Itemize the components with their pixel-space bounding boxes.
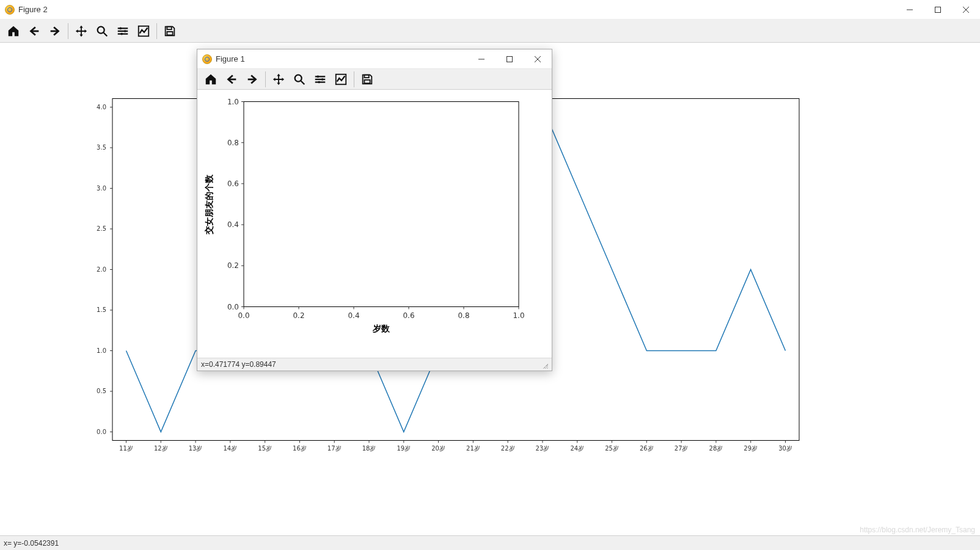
- svg-text:1.0: 1.0: [227, 98, 239, 106]
- svg-point-13: [120, 32, 123, 35]
- main-status-text: x= y=-0.0542391: [4, 539, 59, 548]
- svg-text:29岁: 29岁: [744, 445, 758, 452]
- pan-button[interactable]: [71, 21, 91, 41]
- toolbar-separator: [354, 71, 354, 87]
- sub-back-button[interactable]: [222, 70, 241, 89]
- svg-text:0.6: 0.6: [227, 179, 239, 188]
- sub-status-text: x=0.471774 y=0.89447: [201, 360, 276, 369]
- sub-home-button[interactable]: [201, 70, 221, 89]
- svg-text:22岁: 22岁: [501, 445, 515, 452]
- svg-text:20岁: 20岁: [431, 445, 445, 452]
- svg-rect-77: [507, 56, 513, 62]
- svg-text:1.0: 1.0: [97, 347, 106, 354]
- svg-text:24岁: 24岁: [570, 445, 584, 452]
- svg-text:26岁: 26岁: [640, 445, 654, 452]
- svg-text:0.0: 0.0: [227, 303, 239, 311]
- svg-text:0.5: 0.5: [97, 388, 106, 394]
- svg-rect-92: [364, 79, 370, 83]
- sub-subplots-button[interactable]: [310, 70, 330, 89]
- svg-text:21岁: 21岁: [466, 445, 480, 452]
- toolbar-separator: [265, 71, 266, 87]
- back-button[interactable]: [24, 21, 44, 41]
- forward-button[interactable]: [45, 21, 65, 41]
- svg-text:17岁: 17岁: [327, 445, 342, 452]
- svg-text:16岁: 16岁: [293, 445, 307, 452]
- svg-point-88: [321, 78, 324, 81]
- sub-pan-button[interactable]: [269, 70, 288, 89]
- svg-text:30岁: 30岁: [778, 445, 792, 452]
- svg-text:0.8: 0.8: [458, 311, 469, 320]
- figure-1-plot: 0.00.20.40.60.81.0 0.00.20.40.60.81.0 岁数…: [197, 90, 552, 358]
- close-button[interactable]: [952, 0, 980, 20]
- svg-text:14岁: 14岁: [223, 445, 237, 452]
- svg-text:0.2: 0.2: [293, 311, 304, 320]
- sub-zoom-button[interactable]: [290, 70, 309, 89]
- save-button[interactable]: [160, 21, 180, 41]
- svg-text:2.0: 2.0: [97, 266, 106, 273]
- svg-rect-1: [935, 7, 941, 12]
- svg-rect-93: [244, 102, 519, 307]
- svg-text:交女朋友的个数: 交女朋友的个数: [204, 174, 214, 235]
- svg-text:0.4: 0.4: [348, 311, 359, 320]
- svg-point-6: [98, 26, 104, 33]
- resize-grip-icon[interactable]: [539, 360, 548, 369]
- svg-text:15岁: 15岁: [258, 445, 272, 452]
- sub-statusbar: x=0.471774 y=0.89447: [197, 358, 552, 371]
- svg-text:18岁: 18岁: [362, 445, 376, 452]
- home-button[interactable]: [4, 21, 23, 41]
- sub-save-button[interactable]: [357, 70, 377, 89]
- sub-minimize-button[interactable]: [467, 49, 495, 69]
- svg-text:0.2: 0.2: [227, 261, 239, 270]
- app-icon: [202, 54, 212, 64]
- svg-point-12: [124, 30, 126, 32]
- svg-text:0.8: 0.8: [227, 139, 239, 147]
- sub-close-button[interactable]: [524, 49, 552, 69]
- svg-text:0.0: 0.0: [97, 429, 106, 435]
- subplots-button[interactable]: [113, 21, 133, 41]
- sub-window-title: Figure 1: [216, 54, 245, 63]
- app-icon: [5, 5, 15, 15]
- svg-rect-91: [364, 74, 368, 78]
- svg-rect-15: [167, 26, 171, 29]
- watermark: https://blog.csdn.net/Jeremy_Tsang: [860, 526, 975, 534]
- sub-axes-edit-button[interactable]: [331, 70, 351, 89]
- main-titlebar: Figure 2: [0, 0, 980, 20]
- sub-forward-button[interactable]: [243, 70, 262, 89]
- svg-text:1.0: 1.0: [513, 311, 524, 320]
- svg-text:28岁: 28岁: [709, 445, 723, 452]
- toolbar-separator: [68, 23, 68, 39]
- svg-text:1.5: 1.5: [97, 306, 106, 313]
- svg-text:25岁: 25岁: [605, 445, 619, 452]
- svg-text:27岁: 27岁: [675, 445, 689, 452]
- svg-point-11: [120, 27, 122, 29]
- svg-text:0.4: 0.4: [227, 220, 239, 229]
- svg-text:4.0: 4.0: [97, 104, 106, 110]
- svg-point-87: [317, 75, 320, 78]
- svg-line-7: [104, 32, 108, 36]
- svg-text:3.0: 3.0: [97, 185, 106, 192]
- svg-point-89: [318, 81, 320, 83]
- maximize-button[interactable]: [924, 0, 952, 20]
- svg-text:19岁: 19岁: [397, 445, 411, 452]
- sub-maximize-button[interactable]: [495, 49, 524, 69]
- main-toolbar: [0, 20, 980, 43]
- zoom-button[interactable]: [92, 21, 112, 41]
- minimize-button[interactable]: [896, 0, 924, 20]
- svg-text:3.5: 3.5: [97, 144, 106, 151]
- svg-text:2.5: 2.5: [97, 225, 106, 232]
- svg-line-83: [301, 81, 305, 84]
- axes-edit-button[interactable]: [134, 21, 153, 41]
- svg-text:11岁: 11岁: [119, 445, 133, 452]
- svg-text:13岁: 13岁: [189, 445, 203, 452]
- svg-rect-16: [167, 31, 172, 34]
- sub-titlebar[interactable]: Figure 1: [197, 49, 552, 69]
- figure-1-window[interactable]: Figure 1: [197, 49, 552, 371]
- svg-text:岁数: 岁数: [372, 324, 390, 333]
- svg-text:0.6: 0.6: [403, 311, 414, 320]
- window-title: Figure 2: [18, 5, 48, 14]
- sub-plot-canvas[interactable]: 0.00.20.40.60.81.0 0.00.20.40.60.81.0 岁数…: [197, 90, 552, 358]
- svg-text:0.0: 0.0: [238, 311, 249, 320]
- toolbar-separator: [156, 23, 157, 39]
- svg-point-82: [295, 74, 302, 81]
- sub-toolbar: [197, 69, 552, 90]
